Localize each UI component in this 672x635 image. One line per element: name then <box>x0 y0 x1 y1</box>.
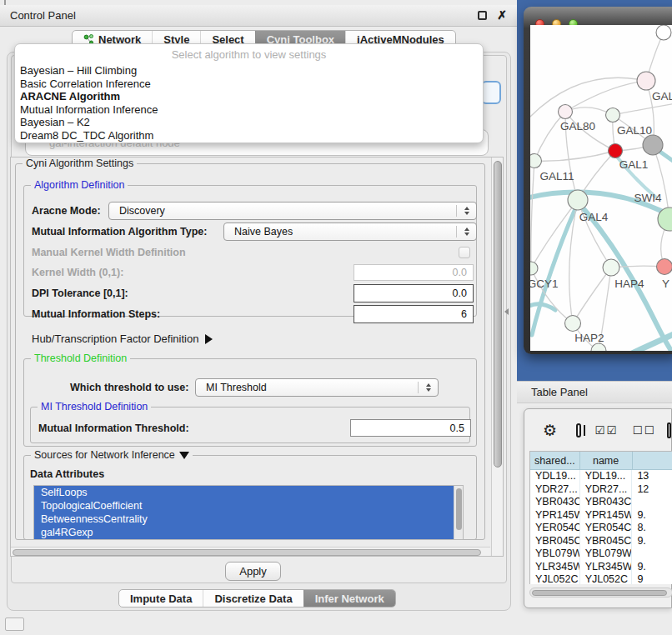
table-cell: 12 <box>632 483 672 497</box>
apply-button[interactable]: Apply <box>225 562 281 581</box>
table-cell: YPR145W <box>530 509 580 522</box>
new-table-icon[interactable] <box>667 422 671 438</box>
expanded-arrow-icon[interactable] <box>179 452 189 459</box>
dpi-tolerance-field[interactable]: 0.0 <box>354 284 474 302</box>
column-header-name[interactable]: name <box>580 452 633 470</box>
network-edge <box>629 331 672 351</box>
collapsed-arrow-icon[interactable] <box>205 334 213 344</box>
node-attribute-table[interactable]: shared...name YDL19...YDL19...13YDR27...… <box>529 451 672 584</box>
float-panel-icon[interactable] <box>478 11 487 20</box>
table-row[interactable]: YPR145WYPR145W9. <box>530 509 672 522</box>
network-view-window[interactable]: GALGAL80GAL10GAL1GAL11SWI4GAL4GCY1HAP4YH… <box>524 7 672 354</box>
attribute-browser-panel: ⚙ ☑☑ ☐☐ shared...name YDL19...YDL19...13… <box>524 408 672 608</box>
table-horizontal-scrollbar[interactable] <box>529 588 672 598</box>
aracne-mode-combo[interactable]: Discovery <box>108 202 477 220</box>
node-label: Y <box>662 278 669 290</box>
network-node[interactable] <box>530 262 538 275</box>
which-threshold-combo[interactable]: MI Threshold <box>195 378 439 397</box>
network-canvas[interactable]: GALGAL80GAL10GAL1GAL11SWI4GAL4GCY1HAP4YH… <box>530 25 672 351</box>
network-node[interactable] <box>656 25 671 40</box>
table-cell <box>632 496 672 509</box>
network-node[interactable] <box>559 105 573 119</box>
tab-discretize-data[interactable]: Discretize Data <box>203 590 303 607</box>
table-row[interactable]: YJL052CYJL052C9 <box>530 573 672 584</box>
algorithm-definition-title: Algorithm Definition <box>31 179 128 191</box>
network-node[interactable] <box>568 190 588 210</box>
attribute-item-selfloops[interactable]: SelfLoops <box>34 486 463 499</box>
scrollbar-thumb[interactable] <box>456 488 462 530</box>
control-panel-title: Control Panel <box>10 9 478 22</box>
table-row[interactable]: YLR345WYLR345W9. <box>530 561 672 574</box>
tab-impute-data[interactable]: Impute Data <box>119 590 203 607</box>
data-attributes-label: Data Attributes <box>30 465 104 483</box>
settings-horizontal-scrollbar[interactable] <box>11 547 490 556</box>
aracne-mode-value: Discovery <box>119 205 449 217</box>
table-cell: YDR27... <box>530 483 580 497</box>
algorithm-option-bayesian-k2[interactable]: Bayesian – K2 <box>15 116 483 129</box>
table-row[interactable]: YBR043CYBR043C <box>530 496 672 509</box>
table-row[interactable]: YER054CYER054C8. <box>530 522 672 535</box>
network-node[interactable] <box>657 259 672 275</box>
algorithm-option-basic-correlation-inference[interactable]: Basic Correlation Inference <box>15 78 483 91</box>
minimized-panel-button[interactable] <box>5 618 24 631</box>
manual-kernel-width-label: Manual Kernel Width Definition <box>32 243 186 262</box>
combo-stepper-icon <box>418 382 431 393</box>
scrollbar-thumb[interactable] <box>532 590 667 596</box>
attribute-item-topologicalcoefficient[interactable]: TopologicalCoefficient <box>34 499 463 512</box>
network-node[interactable] <box>609 144 623 158</box>
column-header-shared[interactable]: shared... <box>530 452 580 470</box>
network-node[interactable] <box>643 135 663 155</box>
node-label: GAL1 <box>619 158 649 171</box>
manual-kernel-width-checkbox[interactable] <box>459 247 470 258</box>
table-row[interactable]: YDR27...YDR27...12 <box>530 483 672 497</box>
select-all-icon[interactable]: ☑☑ <box>595 423 619 437</box>
mi-threshold-field[interactable]: 0.5 <box>350 419 471 437</box>
column-header-col2[interactable] <box>633 452 672 470</box>
kernel-width-field[interactable]: 0.0 <box>354 264 474 281</box>
network-node[interactable] <box>591 343 606 351</box>
attribute-item-betweennesscentrality[interactable]: BetweennessCentrality <box>34 512 463 526</box>
scrollbar-thumb[interactable] <box>494 161 502 468</box>
tab-infer-network[interactable]: Infer Network <box>303 590 395 607</box>
aracne-mode-label: Aracne Mode: <box>32 202 101 220</box>
table-cell: YDL19... <box>580 470 633 483</box>
mi-threshold-label: Mutual Information Threshold: <box>38 419 189 438</box>
table-row[interactable]: YBL079WYBL079W <box>530 548 672 561</box>
table-row[interactable]: YDL19...YDL19...13 <box>530 470 672 483</box>
data-attributes-list[interactable]: SelfLoopsTopologicalCoefficientBetweenne… <box>33 485 464 540</box>
algorithm-option-mutual-information-inference[interactable]: Mutual Information Inference <box>15 103 483 117</box>
mi-steps-field[interactable]: 6 <box>354 305 474 323</box>
table-row[interactable]: YBR045CYBR045C9. <box>530 535 672 548</box>
algorithm-option-dream8-dc-tdc-algorithm[interactable]: Dream8 DC_TDC Algorithm <box>15 129 483 142</box>
network-node[interactable] <box>530 154 542 168</box>
algorithm-option-aracne-algorithm[interactable]: ARACNE Algorithm <box>15 90 483 103</box>
combo-stepper-icon <box>456 226 469 238</box>
close-panel-icon[interactable]: ✗ <box>497 11 507 20</box>
focused-combo-fragment[interactable] <box>481 81 501 104</box>
scrollbar-thumb[interactable] <box>13 549 481 556</box>
tab-label: Infer Network <box>315 592 384 605</box>
sources-group-title: Sources for Network Inference <box>31 449 193 461</box>
control-panel-titlebar: Control Panel ✗ <box>0 5 517 27</box>
attribute-item-gal4rgexp[interactable]: gal4RGexp <box>34 526 463 539</box>
network-node[interactable] <box>565 316 581 332</box>
table-cell: 13 <box>632 470 672 483</box>
algorithm-select-popup: Select algorithm to view settings Bayesi… <box>14 43 484 143</box>
deselect-all-icon[interactable]: ☐☐ <box>633 423 656 437</box>
hub-definition-toggle[interactable]: Hub/Transcription Factor Definition <box>32 330 213 348</box>
table-cell: YBR045C <box>530 535 580 548</box>
mi-algorithm-type-combo[interactable]: Naive Bayes <box>223 222 477 241</box>
table-cell: YJL052C <box>580 573 633 584</box>
settings-vertical-scrollbar[interactable] <box>491 158 503 556</box>
list-vertical-scrollbar[interactable] <box>454 486 463 539</box>
network-node[interactable] <box>606 108 620 122</box>
network-node[interactable] <box>603 259 619 276</box>
splitpane-collapse-arrow[interactable] <box>504 308 509 315</box>
network-edge <box>534 151 615 161</box>
network-node[interactable] <box>637 72 655 90</box>
network-edge <box>534 112 565 161</box>
split-columns-icon[interactable] <box>576 423 580 438</box>
algorithm-option-bayesian-hill-climbing[interactable]: Bayesian – Hill Climbing <box>15 64 483 78</box>
gear-icon[interactable]: ⚙ <box>543 421 557 440</box>
network-edge <box>531 161 534 268</box>
